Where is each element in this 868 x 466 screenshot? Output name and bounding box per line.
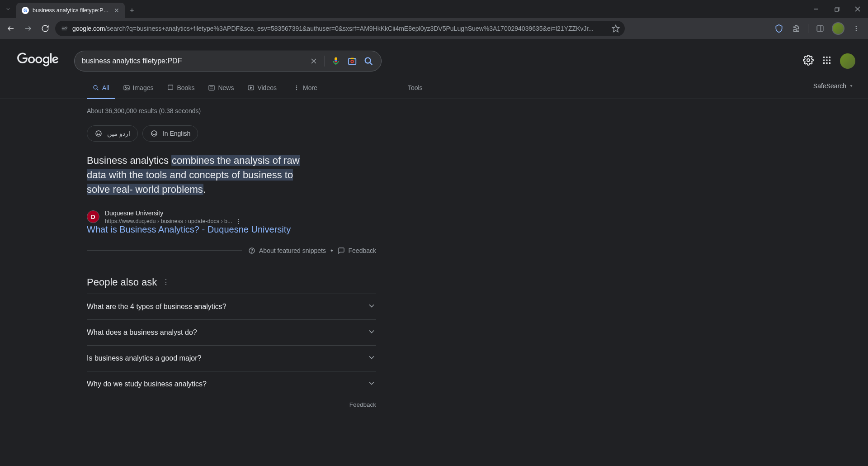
maximize-button[interactable] xyxy=(826,0,847,18)
svg-point-30 xyxy=(829,59,831,61)
svg-rect-36 xyxy=(124,86,129,90)
paa-item[interactable]: Is business analytics a good major? xyxy=(87,345,376,371)
svg-point-15 xyxy=(856,30,857,31)
chip-english[interactable]: In English xyxy=(142,125,198,142)
voice-search-icon[interactable] xyxy=(330,56,341,67)
source-site-name: Duquesne University xyxy=(105,209,241,217)
svg-point-26 xyxy=(826,57,828,58)
paa-title: People also ask xyxy=(87,276,157,288)
svg-rect-20 xyxy=(350,58,354,59)
svg-point-22 xyxy=(365,58,371,63)
search-separator xyxy=(325,56,325,67)
chevron-down-icon xyxy=(367,379,376,390)
result-stats: About 36,300,000 results (0.38 seconds) xyxy=(87,107,307,114)
svg-point-31 xyxy=(823,62,825,64)
google-apps-icon[interactable] xyxy=(822,55,832,67)
svg-point-29 xyxy=(826,59,828,61)
account-avatar[interactable] xyxy=(840,53,855,69)
svg-point-34 xyxy=(94,86,97,89)
tab-more[interactable]: More xyxy=(288,80,323,99)
result-title-link[interactable]: What is Business Analytics? - Duquesne U… xyxy=(87,224,291,234)
tab-all[interactable]: All xyxy=(87,80,115,99)
svg-point-25 xyxy=(823,57,825,58)
svg-point-27 xyxy=(829,57,831,58)
browser-chrome: G business analytics filetype:PDF ✕ + go… xyxy=(0,0,868,39)
forward-button[interactable] xyxy=(21,21,35,36)
titlebar: G business analytics filetype:PDF ✕ + xyxy=(0,0,868,18)
tools-button[interactable]: Tools xyxy=(402,80,428,99)
svg-point-14 xyxy=(856,28,857,29)
google-header xyxy=(0,39,868,71)
clear-icon[interactable] xyxy=(308,56,319,67)
google-favicon: G xyxy=(22,7,29,14)
google-logo[interactable] xyxy=(17,52,59,71)
results-area: About 36,300,000 results (0.38 seconds) … xyxy=(0,99,307,408)
paa-item[interactable]: Why do we study business analytics? xyxy=(87,371,376,397)
language-chips: اردو میں In English xyxy=(87,125,307,142)
minimize-button[interactable] xyxy=(806,0,826,18)
svg-point-47 xyxy=(96,131,101,136)
paa-menu-icon[interactable]: ⋮ xyxy=(162,278,170,286)
new-tab-button[interactable]: + xyxy=(125,3,139,18)
tab-images[interactable]: Images xyxy=(118,80,159,99)
source-menu-icon[interactable]: ⋮ xyxy=(236,218,241,224)
svg-marker-46 xyxy=(850,86,853,87)
toolbar-right xyxy=(774,22,864,35)
close-window-button[interactable] xyxy=(847,0,868,18)
svg-point-24 xyxy=(807,59,810,62)
tab-search-dropdown[interactable] xyxy=(0,0,16,18)
url-text: google.com/search?q=business+analytics+f… xyxy=(72,25,608,32)
chip-urdu[interactable]: اردو میں xyxy=(87,125,138,142)
reload-button[interactable] xyxy=(38,21,52,36)
browser-tab[interactable]: G business analytics filetype:PDF ✕ xyxy=(16,3,125,18)
browser-toolbar: google.com/search?q=business+analytics+f… xyxy=(0,18,868,39)
profile-avatar[interactable] xyxy=(832,22,844,35)
settings-gear-icon[interactable] xyxy=(803,55,814,67)
svg-point-45 xyxy=(296,89,297,90)
svg-line-23 xyxy=(370,62,372,65)
svg-point-21 xyxy=(354,59,355,60)
tab-title: business analytics filetype:PDF xyxy=(33,7,110,14)
svg-point-28 xyxy=(823,59,825,61)
tab-news[interactable]: News xyxy=(203,80,239,99)
search-nav-tabs: All Images Books News Videos More Tools … xyxy=(0,71,868,99)
extensions-icon[interactable] xyxy=(791,23,802,34)
chevron-down-icon xyxy=(367,301,376,312)
paa-item[interactable]: What are the 4 types of business analyti… xyxy=(87,294,376,319)
about-featured-snippets[interactable]: About featured snippets xyxy=(248,247,326,254)
safesearch-dropdown[interactable]: SafeSearch xyxy=(813,82,854,96)
svg-line-35 xyxy=(97,89,98,90)
bookmark-star-icon[interactable] xyxy=(611,24,620,33)
close-tab-icon[interactable]: ✕ xyxy=(114,7,119,14)
image-search-icon[interactable] xyxy=(347,56,358,67)
svg-marker-42 xyxy=(250,87,252,89)
back-button[interactable] xyxy=(4,21,18,36)
shield-icon[interactable] xyxy=(774,23,784,34)
svg-point-19 xyxy=(351,60,354,63)
address-bar[interactable]: google.com/search?q=business+analytics+f… xyxy=(55,21,625,36)
paa-feedback-link[interactable]: Feedback xyxy=(87,401,376,408)
source-url: https://www.duq.edu › business › update-… xyxy=(105,218,241,224)
feedback-link[interactable]: Feedback xyxy=(338,247,376,254)
search-bar[interactable] xyxy=(74,51,382,71)
search-button-icon[interactable] xyxy=(363,56,374,67)
snippet-divider xyxy=(87,250,242,251)
page-content: All Images Books News Videos More Tools … xyxy=(0,39,868,466)
svg-point-43 xyxy=(296,86,297,86)
svg-point-44 xyxy=(296,87,297,88)
paa-item[interactable]: What does a business analyst do? xyxy=(87,319,376,345)
people-also-ask: People also ask ⋮ What are the 4 types o… xyxy=(87,276,376,408)
svg-point-48 xyxy=(151,131,157,136)
tab-videos[interactable]: Videos xyxy=(242,80,282,99)
svg-point-50 xyxy=(251,252,252,252)
chrome-menu-icon[interactable] xyxy=(851,23,862,34)
tab-books[interactable]: Books xyxy=(161,80,200,99)
search-input[interactable] xyxy=(82,57,303,65)
google-header-right xyxy=(803,53,868,69)
svg-point-33 xyxy=(829,62,831,64)
toolbar-separator xyxy=(808,24,808,33)
site-info-icon[interactable] xyxy=(60,24,69,33)
sidepanel-icon[interactable] xyxy=(815,23,826,34)
svg-rect-11 xyxy=(817,26,823,31)
svg-marker-10 xyxy=(613,25,619,32)
